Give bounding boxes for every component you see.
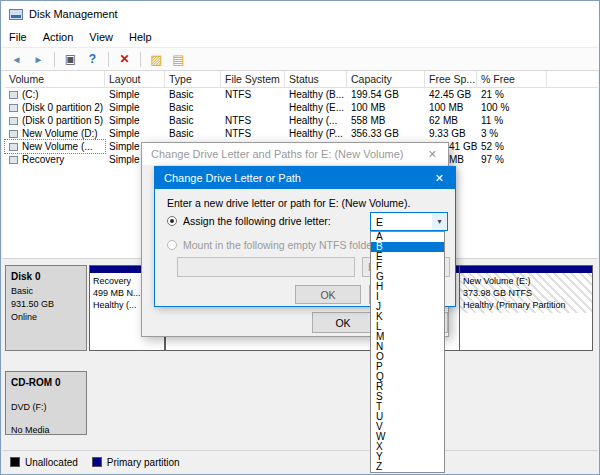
radio-selected-icon[interactable]	[167, 216, 177, 226]
volume-icon	[9, 143, 18, 151]
volume-list-header: Volume Layout Type File System Status Ca…	[5, 71, 598, 88]
cell-free: 100 MB	[425, 101, 477, 114]
disk0-type: Basic	[11, 285, 81, 298]
volume-name: New Volume (D:)	[22, 127, 98, 140]
close-icon[interactable]: ✕	[426, 148, 439, 161]
cell-free: 42.45 GB	[425, 88, 477, 101]
partition-new-volume-e[interactable]: New Volume (E:) 373.98 GB NTFS Healthy (…	[459, 265, 593, 351]
assign-drive-letter-label: Assign the following drive letter:	[183, 215, 331, 227]
volume-icon	[9, 156, 18, 164]
cell-type: Basic	[165, 88, 221, 101]
volume-icon	[9, 130, 18, 138]
disk-management-app-icon	[9, 9, 23, 20]
help-icon[interactable]: ?	[83, 50, 102, 69]
cell-layout: Simple	[105, 114, 165, 127]
unallocated-swatch	[10, 457, 20, 467]
open-folder-icon[interactable]: ▨	[147, 50, 166, 69]
toolbar: ◄ ► ▣ ? ✕ ▨ ▤	[1, 47, 599, 71]
cell-pct-free: 97 %	[477, 153, 547, 166]
partition-status: Healthy (Primary Partition	[463, 299, 589, 311]
drive-letter-option[interactable]: I	[371, 292, 444, 302]
volume-name: (Disk 0 partition 5)	[22, 114, 103, 127]
drive-letter-dropdown-list: A B E F G H I J K L M N O P Q R S T U V …	[370, 231, 445, 473]
legend-primary-partition: Primary partition	[92, 457, 180, 468]
legend-label: Primary partition	[107, 457, 180, 468]
disk0-header[interactable]: Disk 0 Basic 931.50 GB Online	[5, 265, 87, 351]
toolbar-separator	[140, 52, 141, 67]
cdrom0-drive: DVD (F:)	[11, 401, 81, 414]
table-row-c[interactable]: (C:) Simple Basic NTFS Healthy (B... 199…	[5, 88, 598, 101]
cell-pct-free: 3 %	[477, 127, 547, 140]
cdrom0-status: No Media	[11, 424, 81, 437]
cell-layout: Simple	[105, 88, 165, 101]
primary-partition-swatch	[92, 457, 102, 467]
disk0-name: Disk 0	[11, 270, 81, 285]
properties-icon[interactable]: ▤	[169, 50, 188, 69]
cell-capacity: 100 MB	[347, 101, 425, 114]
delete-volume-icon[interactable]: ✕	[115, 50, 134, 69]
partition-detail: 373.98 GB NTFS	[463, 287, 589, 299]
column-header-layout[interactable]: Layout	[105, 71, 165, 87]
mount-folder-input[interactable]	[177, 257, 355, 277]
cdrom0-name: CD-ROM 0	[11, 376, 81, 391]
cell-pct-free: 21 %	[477, 88, 547, 101]
dialog-title: Change Drive Letter and Paths for E: (Ne…	[151, 148, 404, 160]
console-window-icon[interactable]: ▣	[61, 50, 80, 69]
menu-file[interactable]: File	[1, 28, 35, 46]
cell-capacity: 199.54 GB	[347, 88, 425, 101]
cell-type: Basic	[165, 114, 221, 127]
back-icon[interactable]: ◄	[7, 50, 26, 69]
partition-name: New Volume (E:)	[463, 275, 589, 287]
outer-ok-button[interactable]: OK	[312, 312, 374, 333]
column-header-type[interactable]: Type	[165, 71, 221, 87]
menu-help[interactable]: Help	[121, 28, 160, 46]
cell-capacity: 558 MB	[347, 114, 425, 127]
inner-ok-button[interactable]: OK	[295, 285, 361, 304]
cell-layout: Simple	[105, 101, 165, 114]
drive-letter-option[interactable]: H	[371, 282, 444, 292]
cell-free: 62 MB	[425, 114, 477, 127]
table-row-partition2[interactable]: (Disk 0 partition 2) Simple Basic Health…	[5, 101, 598, 114]
menu-action[interactable]: Action	[35, 28, 82, 46]
table-row-new-volume-d[interactable]: New Volume (D:) Simple Basic NTFS Health…	[5, 127, 598, 140]
toolbar-separator	[54, 52, 55, 67]
cell-pct-free: 52 %	[477, 140, 547, 153]
drive-letter-option[interactable]: Z	[371, 462, 444, 472]
volume-name: New Volume (...	[22, 140, 93, 153]
close-icon[interactable]: ✕	[433, 172, 446, 185]
forward-icon[interactable]: ►	[29, 50, 48, 69]
legend-unallocated: Unallocated	[10, 457, 78, 468]
menu-bar: File Action View Help	[1, 27, 599, 47]
cell-status: Healthy (B...	[285, 88, 347, 101]
cell-status: Healthy (...	[285, 114, 347, 127]
dialog-title: Change Drive Letter or Path	[164, 172, 301, 184]
disk0-size: 931.50 GB	[11, 298, 81, 311]
cell-fs	[221, 101, 285, 114]
column-header-volume[interactable]: Volume	[5, 71, 105, 87]
drive-letter-combobox[interactable]: E ▾	[370, 212, 448, 231]
column-header-file-system[interactable]: File System	[221, 71, 285, 87]
column-header-pct-free[interactable]: % Free	[477, 71, 547, 87]
cell-fs: NTFS	[221, 114, 285, 127]
disk0-status: Online	[11, 311, 81, 324]
mount-in-folder-option[interactable]: Mount in the following empty NTFS folder…	[167, 239, 379, 251]
chevron-down-icon[interactable]: ▾	[432, 213, 447, 230]
cell-type: Basic	[165, 101, 221, 114]
menu-view[interactable]: View	[81, 28, 121, 46]
partition-color-strip	[460, 266, 592, 273]
cell-fs: NTFS	[221, 88, 285, 101]
column-header-capacity[interactable]: Capacity	[347, 71, 425, 87]
cdrom0-header[interactable]: CD-ROM 0 DVD (F:) No Media	[5, 371, 87, 435]
volume-name: Recovery	[22, 153, 64, 166]
radio-unselected-icon[interactable]	[167, 240, 177, 250]
legend-bar: Unallocated Primary partition	[2, 450, 598, 473]
column-header-free-space[interactable]: Free Sp...	[425, 71, 477, 87]
table-row-partition5[interactable]: (Disk 0 partition 5) Simple Basic NTFS H…	[5, 114, 598, 127]
column-header-status[interactable]: Status	[285, 71, 347, 87]
cell-type: Basic	[165, 127, 221, 140]
cell-pct-free: 100 %	[477, 101, 547, 114]
volume-name: (C:)	[22, 88, 39, 101]
cell-status: Healthy (E...	[285, 101, 347, 114]
assign-drive-letter-option[interactable]: Assign the following drive letter:	[167, 215, 331, 227]
cell-capacity: 356.33 GB	[347, 127, 425, 140]
